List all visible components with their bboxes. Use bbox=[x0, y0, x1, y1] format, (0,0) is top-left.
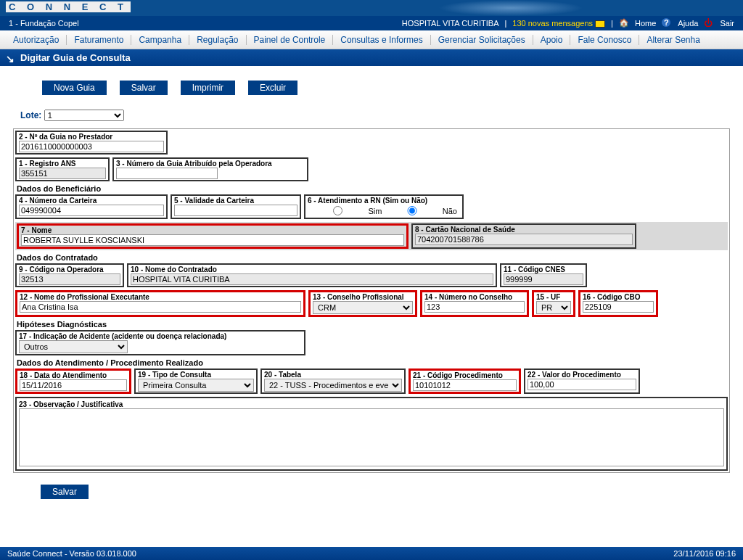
f3-label: 3 - Número da Guia Atribuído pela Operad… bbox=[116, 160, 305, 168]
nav-gerenciar[interactable]: Gerenciar Solicitações bbox=[431, 35, 533, 45]
hospital-name: HOSPITAL VITA CURITIBA bbox=[402, 19, 499, 28]
nova-guia-button[interactable]: Nova Guia bbox=[42, 81, 107, 95]
banner-decoration bbox=[438, 0, 583, 16]
nav-consultas[interactable]: Consultas e Informes bbox=[333, 35, 430, 45]
exit-icon bbox=[704, 18, 714, 28]
exit-link[interactable]: Sair bbox=[720, 19, 734, 28]
lote-select[interactable]: 1 bbox=[44, 110, 124, 121]
home-icon bbox=[619, 18, 629, 28]
page-title-bar: Digitar Guia de Consulta bbox=[0, 49, 743, 66]
f21-input[interactable] bbox=[413, 379, 517, 391]
f14-label: 14 - Número no Conselho bbox=[424, 293, 525, 301]
f22-input[interactable] bbox=[528, 379, 636, 390]
form-area: 2 - Nº da Guia no Prestador 1 - Registro… bbox=[13, 128, 730, 473]
f8-label: 8 - Cartão Nacional de Saúde bbox=[415, 226, 633, 234]
help-link[interactable]: Ajuda bbox=[678, 19, 698, 28]
f11-label: 11 - Código CNES bbox=[504, 265, 583, 273]
section-hipoteses: Hipóteses Diagnósticas bbox=[17, 320, 728, 329]
f10-input bbox=[131, 273, 493, 285]
f8-input bbox=[415, 234, 633, 245]
f11-input bbox=[504, 273, 583, 285]
nav-autorizacao[interactable]: Autorização bbox=[6, 35, 67, 45]
f7-input[interactable] bbox=[21, 234, 404, 246]
f4-label: 4 - Número da Carteira bbox=[19, 197, 164, 205]
f20-select[interactable]: 22 - TUSS - Procedimentos e eventos bbox=[264, 379, 402, 392]
nav-regulacao[interactable]: Regulação bbox=[189, 35, 246, 45]
f1-input bbox=[19, 168, 106, 179]
nav-faturamento[interactable]: Faturamento bbox=[67, 35, 131, 45]
salvar-button[interactable]: Salvar bbox=[120, 81, 168, 95]
section-beneficiario: Dados do Beneficiário bbox=[17, 184, 728, 193]
f7-label: 7 - Nome bbox=[21, 226, 404, 234]
f2-label: 2 - Nº da Guia no Prestador bbox=[19, 133, 164, 141]
f18-input[interactable] bbox=[20, 379, 127, 391]
f5-input[interactable] bbox=[174, 205, 297, 216]
f19-select[interactable]: Primeira Consulta bbox=[138, 379, 254, 392]
f15-label: 15 - UF bbox=[536, 293, 571, 301]
f5-label: 5 - Validade da Carteira bbox=[174, 197, 297, 205]
f18-label: 18 - Data do Atendimento bbox=[20, 371, 127, 379]
f10-label: 10 - Nome do Contratado bbox=[131, 265, 493, 273]
nav-bar: Autorização Faturamento Campanha Regulaç… bbox=[0, 30, 743, 49]
org-label: 1 - Fundação Copel bbox=[9, 19, 402, 28]
nav-fale-conosco[interactable]: Fale Conosco bbox=[570, 35, 639, 45]
f12-label: 12 - Nome do Profissional Executante bbox=[20, 293, 301, 301]
f20-label: 20 - Tabela bbox=[264, 371, 402, 379]
nav-painel[interactable]: Painel de Controle bbox=[247, 35, 334, 45]
nav-campanha[interactable]: Campanha bbox=[131, 35, 189, 45]
section-contratado: Dados do Contratado bbox=[17, 253, 728, 262]
nav-apoio[interactable]: Apoio bbox=[533, 35, 571, 45]
f22-label: 22 - Valor do Procedimento bbox=[528, 371, 636, 379]
mail-icon bbox=[595, 20, 605, 28]
f16-input[interactable] bbox=[583, 301, 654, 313]
f17-select[interactable]: Outros bbox=[19, 340, 128, 353]
lote-label: Lote: bbox=[20, 110, 41, 120]
f9-input bbox=[19, 273, 120, 285]
arrow-icon bbox=[6, 53, 16, 63]
page-title: Digitar Guia de Consulta bbox=[20, 52, 131, 63]
f16-label: 16 - Código CBO bbox=[583, 293, 654, 301]
f2-input[interactable] bbox=[19, 141, 164, 152]
home-link[interactable]: Home bbox=[635, 19, 656, 28]
f21-label: 21 - Código Procedimento bbox=[413, 371, 517, 379]
f19-label: 19 - Tipo de Consulta bbox=[138, 371, 254, 379]
f9-label: 9 - Código na Operadora bbox=[19, 265, 120, 273]
help-icon bbox=[662, 18, 672, 28]
sub-banner: 1 - Fundação Copel HOSPITAL VITA CURITIB… bbox=[0, 16, 743, 30]
top-banner: C O N N E C T bbox=[0, 0, 743, 16]
f6-sim-radio[interactable] bbox=[311, 206, 365, 215]
app-logo: C O N N E C T bbox=[6, 1, 131, 12]
f3-input[interactable] bbox=[116, 168, 218, 179]
f23-label: 23 - Observação / Justificativa bbox=[19, 400, 123, 408]
f4-input[interactable] bbox=[19, 205, 164, 216]
f12-input[interactable] bbox=[20, 301, 301, 313]
f6-nao-radio[interactable] bbox=[385, 206, 439, 215]
messages-link[interactable]: 130 novas mensagens bbox=[512, 19, 605, 28]
f1-label: 1 - Registro ANS bbox=[19, 160, 106, 168]
f6-label: 6 - Atendimento a RN (Sim ou Não) bbox=[308, 197, 460, 205]
nav-alterar-senha[interactable]: Alterar Senha bbox=[639, 35, 707, 45]
f15-select[interactable]: PR bbox=[536, 301, 571, 314]
section-atendimento: Dados do Atendimento / Procedimento Real… bbox=[17, 358, 728, 367]
excluir-button[interactable]: Excluir bbox=[248, 81, 297, 95]
f13-label: 13 - Conselho Profissional bbox=[313, 293, 413, 301]
f23-textarea[interactable] bbox=[19, 408, 724, 466]
imprimir-button[interactable]: Imprimir bbox=[181, 81, 235, 95]
f17-label: 17 - Indicação de Acidente (acidente ou … bbox=[19, 332, 302, 340]
salvar-bottom-button[interactable]: Salvar bbox=[41, 485, 89, 499]
f14-input[interactable] bbox=[424, 301, 525, 313]
f13-select[interactable]: CRM bbox=[313, 301, 413, 314]
